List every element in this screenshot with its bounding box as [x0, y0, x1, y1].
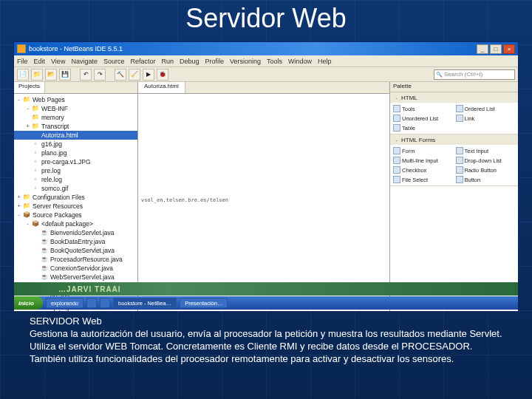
palette-item[interactable]: Text Input — [456, 146, 516, 155]
tree-node[interactable]: ▫rele.log — [14, 175, 137, 184]
tree-node[interactable]: -📦Source Packages — [14, 211, 137, 219]
search-input[interactable]: Search (Ctrl+I) — [434, 69, 515, 80]
redo-icon[interactable]: ↷ — [94, 69, 106, 81]
palette-item[interactable]: Table — [393, 123, 453, 132]
palette-item-icon — [393, 157, 400, 164]
build-icon[interactable]: 🔨 — [115, 69, 126, 81]
palette-item-icon — [456, 166, 463, 174]
debug-icon[interactable]: 🐞 — [157, 69, 168, 81]
tree-node[interactable]: ☕BienvenidoServlet.java — [14, 228, 137, 237]
menu-navigate[interactable]: Navigate — [71, 58, 98, 65]
editor-content: vsol_en.telsen.bre.es/telsen — [141, 197, 228, 203]
tree-node[interactable]: ☕BookDataEntry.java — [14, 237, 137, 246]
taskbar-item[interactable]: Presentación… — [180, 298, 228, 308]
open-icon[interactable]: 📂 — [45, 69, 57, 81]
menu-profile[interactable]: Profile — [205, 58, 225, 65]
tree-node[interactable]: -📁WEB-INF — [14, 104, 137, 113]
tree-label: ProcesadorResource.java — [50, 255, 123, 264]
tree-node[interactable]: ▫somco.gif — [14, 184, 137, 193]
tree-node[interactable]: ☕ConexionServidor.java — [14, 264, 137, 273]
menu-run[interactable]: Run — [161, 58, 174, 65]
tree-node[interactable]: +📁Transcript — [14, 122, 137, 131]
close-button[interactable]: × — [503, 44, 515, 54]
tree-node[interactable]: ☕ProcesadorResource.java — [14, 255, 137, 264]
tree-label: WebServerServlet.java — [50, 273, 115, 282]
palette-item[interactable]: Radio Button — [456, 166, 516, 174]
tree-label: pre.log — [41, 166, 61, 175]
palette-item[interactable]: Tools — [393, 104, 453, 113]
palette-item-icon — [456, 157, 463, 164]
new-file-icon[interactable]: 📄 — [17, 69, 29, 81]
palette-item-icon — [456, 147, 463, 154]
menu-window[interactable]: Window — [288, 58, 312, 65]
undo-icon[interactable]: ↶ — [80, 69, 92, 81]
editor-tab[interactable]: Autoriza.html — [138, 82, 185, 93]
taskbar-item[interactable] — [86, 298, 97, 308]
menu-source[interactable]: Source — [103, 58, 125, 65]
project-tree[interactable]: -📁Web Pages-📁WEB-INF 📁memory+📁Transcript… — [14, 94, 137, 311]
tree-node[interactable]: ☕WebServerServlet.java — [14, 273, 137, 282]
tree-node[interactable]: +📁Configuration Files — [14, 193, 137, 202]
taskbar-item[interactable]: explorando — [46, 298, 83, 308]
tree-label: BookDataEntry.java — [50, 237, 106, 246]
tree-node[interactable]: 📁memory — [14, 113, 137, 122]
palette-item[interactable]: Multi-line Input — [393, 156, 453, 165]
tree-node[interactable]: ☕BookQuoteServlet.java — [14, 246, 137, 255]
palette-pane: Palette -HTMLToolsOrdered ListUnordered … — [389, 82, 518, 311]
java-icon: ☕ — [40, 273, 49, 281]
tree-node[interactable]: ▫pre-carga.v1.JPG — [14, 157, 137, 166]
window-title: bookstore - NetBeans IDE 5.5.1 — [29, 45, 123, 52]
tree-node[interactable]: ▫plano.jpg — [14, 149, 137, 157]
tree-label: <default package> — [41, 219, 93, 228]
taskbar-item-active[interactable]: bookstore - NetBea… — [113, 298, 177, 308]
code-editor[interactable]: vsol_en.telsen.bre.es/telsen — [138, 94, 389, 311]
tree-label: Web Pages — [33, 95, 65, 104]
palette-item[interactable]: File Select — [393, 175, 453, 184]
folder-icon: 📁 — [22, 202, 31, 210]
palette-item[interactable]: Link — [456, 114, 516, 123]
palette-item-icon — [456, 105, 463, 112]
menu-debug[interactable]: Debug — [180, 58, 200, 65]
tree-node[interactable]: -📁Web Pages — [14, 95, 137, 104]
start-button[interactable]: Inicio — [14, 296, 43, 310]
palette-item[interactable]: Button — [456, 175, 516, 184]
pkg-icon: 📦 — [31, 220, 40, 228]
run-icon[interactable]: ▶ — [143, 69, 154, 81]
maximize-button[interactable]: □ — [490, 44, 502, 54]
minimize-button[interactable]: _ — [477, 44, 488, 54]
java-icon: ☕ — [40, 238, 49, 245]
menu-edit[interactable]: Edit — [34, 58, 46, 65]
palette-item[interactable]: Ordered List — [456, 104, 516, 113]
menu-file[interactable]: File — [17, 58, 28, 65]
tree-node[interactable]: ▫Autoriza.html — [14, 131, 137, 140]
tree-label: plano.jpg — [41, 149, 67, 157]
menu-tools[interactable]: Tools — [267, 58, 282, 65]
palette-item[interactable]: Form — [393, 146, 453, 155]
clean-icon[interactable]: 🧹 — [129, 69, 140, 81]
doc-icon: ▫ — [31, 176, 40, 183]
palette-item-icon — [393, 176, 400, 183]
menu-view[interactable]: View — [51, 58, 65, 65]
taskbar-item[interactable] — [100, 298, 110, 308]
palette-item-icon — [393, 115, 400, 122]
tree-node[interactable]: +📁Server Resources — [14, 202, 137, 211]
java-icon: ☕ — [40, 265, 49, 272]
doc-icon: ▫ — [31, 140, 40, 148]
tree-node[interactable]: ▫pre.log — [14, 166, 137, 175]
menu-versioning[interactable]: Versioning — [230, 58, 261, 65]
palette-title: Palette — [390, 82, 518, 92]
caption-title: SERVIDOR Web — [30, 316, 102, 327]
palette-item[interactable]: Unordered List — [393, 114, 453, 123]
save-icon[interactable]: 💾 — [59, 69, 71, 81]
palette-group-header[interactable]: -HTML — [390, 92, 518, 103]
palette-item[interactable]: Checkbox — [393, 166, 453, 174]
menu-help[interactable]: Help — [318, 58, 332, 65]
menu-refactor[interactable]: Refactor — [130, 58, 155, 65]
new-project-icon[interactable]: 📁 — [31, 69, 43, 81]
tree-node[interactable]: -📦<default package> — [14, 219, 137, 228]
projects-tab[interactable]: Projects — [14, 82, 45, 93]
tree-label: Server Resources — [33, 202, 83, 211]
tree-node[interactable]: ▫g16.jpg — [14, 140, 137, 149]
palette-item[interactable]: Drop-down List — [456, 156, 516, 165]
palette-group-header[interactable]: -HTML Forms — [390, 134, 518, 145]
